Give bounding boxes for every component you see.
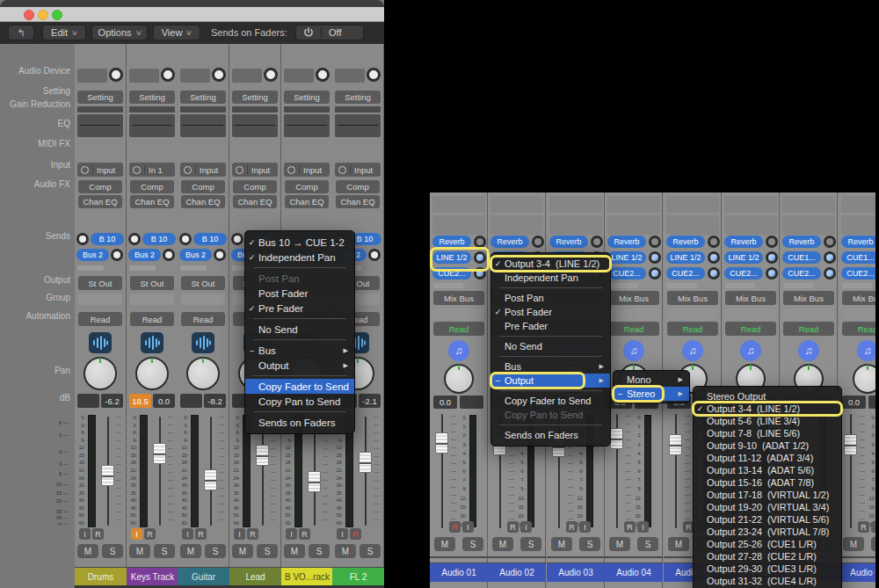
input-button[interactable]: Input xyxy=(335,163,381,177)
track-name-label[interactable]: B VO...rack xyxy=(281,567,333,585)
group-slot[interactable] xyxy=(608,309,659,319)
audio-fx-slot-chaneq[interactable]: Chan EQ xyxy=(78,195,122,208)
send-knob[interactable] xyxy=(649,251,661,264)
send-knob[interactable] xyxy=(766,267,778,279)
record-enable-button[interactable]: R xyxy=(566,521,578,533)
send-menu-item[interactable]: –Bus▶ xyxy=(245,343,354,358)
output-submenu-item[interactable]: Output 17-18 (VIRTUAL 1/2) xyxy=(694,489,841,501)
send-knob[interactable] xyxy=(474,251,486,264)
send-menu-item[interactable]: Copy Pan to Send xyxy=(491,408,610,422)
audio-fx-slot-chaneq[interactable]: Chan EQ xyxy=(181,195,225,208)
send-slot-reverb[interactable]: Reverb xyxy=(432,236,471,248)
automation-mode-button[interactable]: Read xyxy=(667,322,718,336)
fader-track[interactable] xyxy=(850,414,852,528)
send-knob[interactable] xyxy=(649,267,661,279)
send-slot-line[interactable]: LINE 1/2 xyxy=(724,251,763,264)
input-button[interactable]: Input xyxy=(180,163,226,177)
output-submenu-item[interactable]: Output 5-6 (LINE 3/4) xyxy=(694,415,841,427)
eq-thumbnail[interactable] xyxy=(335,114,381,137)
send-slot-cue[interactable]: CUE2... xyxy=(841,267,875,279)
input-monitor-button[interactable]: I xyxy=(234,528,245,540)
send-menu-item[interactable]: ✓Independent Pan xyxy=(245,250,354,265)
record-enable-button[interactable]: R xyxy=(350,528,361,540)
send-slot-reverb[interactable]: Reverb xyxy=(490,236,529,248)
audio-device-slot[interactable] xyxy=(335,69,365,83)
volume-fader[interactable] xyxy=(204,469,217,490)
group-slot[interactable] xyxy=(842,309,875,319)
audio-device-slot[interactable] xyxy=(284,69,314,83)
mute-button[interactable]: M xyxy=(551,537,572,551)
automation-mode-button[interactable]: Read xyxy=(433,322,484,336)
input-monitor-button[interactable]: I xyxy=(462,521,474,533)
volume-fader[interactable] xyxy=(153,443,166,464)
send-slot-reverb[interactable]: Reverb xyxy=(782,236,821,248)
zoom-button[interactable] xyxy=(52,10,62,20)
send-slot-reverb[interactable]: Reverb xyxy=(666,236,705,248)
audio-fx-slot-comp[interactable]: Comp xyxy=(78,180,122,193)
mute-button[interactable]: M xyxy=(335,544,356,558)
input-monitor-button[interactable]: I xyxy=(286,528,297,540)
view-menu-button[interactable]: View ∨ xyxy=(153,25,200,40)
send-knob[interactable] xyxy=(179,233,192,245)
send-menu-item[interactable]: ✓Bus 10 → CUE 1-2 xyxy=(245,235,354,250)
send-menu-item[interactable]: Copy Fader to Send xyxy=(245,379,354,394)
volume-fader[interactable] xyxy=(435,432,448,454)
setting-button[interactable]: Setting xyxy=(284,91,330,104)
send-knob[interactable] xyxy=(708,267,720,279)
audio-device-knob[interactable] xyxy=(109,68,123,82)
mute-button[interactable]: M xyxy=(129,544,150,558)
send-slot-bus2[interactable]: Bus 2 xyxy=(128,249,161,261)
send-slot-line[interactable]: CUE1... xyxy=(782,251,821,264)
audio-device-slot[interactable] xyxy=(129,69,159,83)
fader-track[interactable] xyxy=(441,414,443,528)
send-slot-bus10[interactable]: B 10 xyxy=(193,233,227,245)
send-slot-cue[interactable]: CUE2... xyxy=(782,267,821,279)
track-name-label[interactable]: Drums xyxy=(75,567,127,585)
send-slot-reverb[interactable]: Reverb xyxy=(841,236,875,248)
output-submenu-item[interactable]: Output 15-16 (ADAT 7/8) xyxy=(694,476,841,489)
record-enable-button[interactable]: R xyxy=(92,528,104,540)
solo-button[interactable]: S xyxy=(257,544,278,558)
output-submenu-item[interactable]: Output 7-8 (LINE 5/6) xyxy=(694,427,841,439)
send-menu-item[interactable]: Post Pan xyxy=(245,271,354,286)
send-slot-line[interactable]: LINE 1/2 xyxy=(607,251,646,264)
send-slot-cue[interactable]: CUE2... xyxy=(432,267,471,279)
audio-device-knob[interactable] xyxy=(316,68,330,82)
send-menu-item[interactable]: Sends on Faders xyxy=(491,428,610,442)
send-knob[interactable] xyxy=(368,249,381,261)
send-knob[interactable] xyxy=(76,233,89,245)
volume-fader[interactable] xyxy=(359,452,372,473)
send-knob[interactable] xyxy=(532,236,544,248)
input-button[interactable]: In 1 xyxy=(129,163,175,177)
send-menu-item[interactable]: Independent Pan xyxy=(491,271,610,285)
output-button[interactable]: Mix Bus xyxy=(433,291,484,305)
group-slot[interactable] xyxy=(725,309,776,319)
solo-button[interactable]: S xyxy=(102,544,123,558)
mute-button[interactable]: M xyxy=(609,537,630,551)
send-menu-item[interactable]: No Send xyxy=(245,322,354,337)
audio-fx-slot-chaneq[interactable]: Chan EQ xyxy=(233,195,277,208)
track-name-label[interactable]: Audio 08 xyxy=(839,563,875,582)
output-submenu-item[interactable]: Output 23-24 (VIRTUAL 7/8) xyxy=(694,526,841,538)
send-menu-item[interactable]: Output▶ xyxy=(245,358,354,373)
automation-mode-button[interactable]: Read xyxy=(842,322,875,336)
send-menu-item[interactable]: Bus▶ xyxy=(491,359,610,374)
record-enable-button[interactable]: R xyxy=(624,521,636,533)
send-knob[interactable] xyxy=(824,267,836,279)
input-button[interactable]: Input xyxy=(284,163,330,177)
send-menu-item[interactable]: ✓Output 3-4 (LINE 1/2) xyxy=(491,257,610,271)
pan-knob[interactable] xyxy=(853,364,875,394)
send-slot-bus10[interactable]: B 10 xyxy=(142,233,176,245)
audio-fx-slot-comp[interactable]: Comp xyxy=(130,180,174,193)
solo-button[interactable]: S xyxy=(309,544,330,558)
setting-button[interactable]: Setting xyxy=(129,91,175,104)
output-submenu-item[interactable]: Output 31-32 (CUE4 L/R) xyxy=(694,575,841,587)
send-knob[interactable] xyxy=(766,251,778,264)
record-enable-button[interactable]: R xyxy=(195,528,207,540)
send-menu-item[interactable]: Post Pan xyxy=(491,291,610,305)
input-monitor-button[interactable]: I xyxy=(131,528,142,540)
output-submenu-item[interactable]: Output 21-22 (VIRTUAL 5/6) xyxy=(694,513,841,526)
automation-mode-button[interactable]: Read xyxy=(130,312,174,326)
pan-knob[interactable] xyxy=(135,357,169,390)
audio-device-knob[interactable] xyxy=(264,68,278,82)
